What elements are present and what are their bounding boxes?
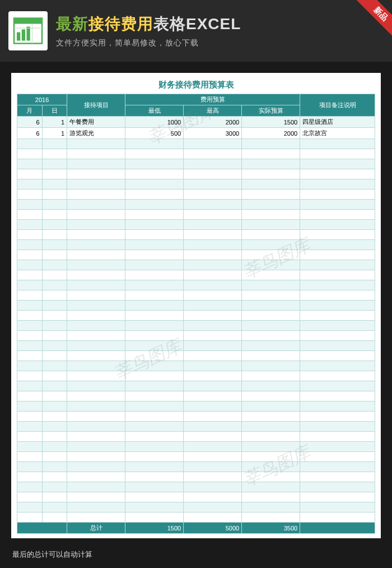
cell-item[interactable]: 游览观光 [67,128,125,139]
table-row: 61游览观光50030002000北京故宫 [17,128,375,139]
table-row [17,290,375,301]
table-row [17,391,375,401]
excel-icon [8,11,48,50]
table-row [17,280,375,290]
table-row [17,401,375,412]
table-row [17,512,375,523]
table-row [17,351,375,361]
header-text: 最新接待费用表格EXCEL 文件方便实用，简单易修改，放心下载 [56,13,384,48]
table-row [17,321,375,331]
svg-rect-3 [22,30,25,41]
table-row [17,341,375,351]
cell-low[interactable]: 1000 [125,117,184,128]
table-row [17,311,375,321]
total-high: 5000 [184,523,242,534]
cell-day[interactable]: 1 [42,117,67,128]
table-row [17,502,375,512]
table-row [17,260,375,270]
table-row [17,452,375,462]
table-row [17,159,375,169]
table-row [17,210,375,220]
table-row [17,361,375,371]
table-row [17,179,375,190]
header-item: 接待项目 [67,94,125,117]
table-row [17,240,375,250]
title-part1: 最新 [56,15,88,33]
cell-high[interactable]: 2000 [184,117,242,128]
table-row [17,472,375,482]
table-row [17,462,375,472]
budget-table: 2016 接待项目 费用预算 项目备注说明 月 日 最低 最高 实际预算 61午… [17,94,375,534]
table-row [17,200,375,210]
header-day: 日 [42,105,67,117]
table-row [17,331,375,341]
svg-rect-1 [14,19,42,24]
total-label: 总计 [67,523,125,534]
header-low: 最低 [125,105,184,117]
table-row [17,169,375,179]
header-budget-group: 费用预算 [125,94,300,105]
table-row [17,371,375,381]
title-part3: 表格EXCEL [153,15,241,33]
table-row [17,190,375,200]
table-row [17,149,375,159]
total-actual: 3500 [242,523,300,534]
table-row [17,139,375,149]
svg-rect-2 [17,33,20,41]
table-row [17,250,375,260]
table-row [17,270,375,280]
table-header: 2016 接待项目 费用预算 项目备注说明 月 日 最低 最高 实际预算 [17,94,375,117]
cell-month[interactable]: 6 [17,117,43,128]
table-row [17,381,375,391]
header-actual: 实际预算 [242,105,300,117]
table-row: 61午餐费用100020001500四星级酒店 [17,117,375,128]
table-row [17,482,375,492]
table-row [17,422,375,432]
svg-rect-4 [27,27,30,41]
title-part2: 接待费用 [88,15,153,33]
footer-note: 最后的总计可以自动计算 [12,549,380,560]
table-row [17,442,375,452]
page-subtitle: 文件方便实用，简单易修改，放心下载 [56,38,384,48]
header-note: 项目备注说明 [300,94,375,117]
cell-day[interactable]: 1 [42,128,67,139]
cell-low[interactable]: 500 [125,128,184,139]
header-year: 2016 [17,94,67,105]
cell-note[interactable]: 四星级酒店 [300,117,375,128]
cell-item[interactable]: 午餐费用 [67,117,125,128]
header-high: 最高 [184,105,242,117]
table-row [17,301,375,311]
page-header: 最新接待费用表格EXCEL 文件方便实用，简单易修改，放心下载 新品 [0,0,392,62]
table-row [17,432,375,442]
total-low: 1500 [125,523,184,534]
cell-actual[interactable]: 2000 [242,128,300,139]
table-row [17,492,375,502]
cell-month[interactable]: 6 [17,128,43,139]
sheet-title: 财务接待费用预算表 [17,80,375,90]
table-body: 61午餐费用100020001500四星级酒店61游览观光50030002000… [17,117,375,523]
cell-actual[interactable]: 1500 [242,117,300,128]
table-row [17,412,375,422]
table-row [17,230,375,240]
header-month: 月 [17,105,43,117]
spreadsheet: 财务接待费用预算表 2016 接待项目 费用预算 项目备注说明 月 日 最低 最… [11,73,381,538]
table-row [17,220,375,230]
table-footer: 总计 1500 5000 3500 [17,523,375,534]
cell-high[interactable]: 3000 [184,128,242,139]
page-title: 最新接待费用表格EXCEL [56,13,384,35]
cell-note[interactable]: 北京故宫 [300,128,375,139]
